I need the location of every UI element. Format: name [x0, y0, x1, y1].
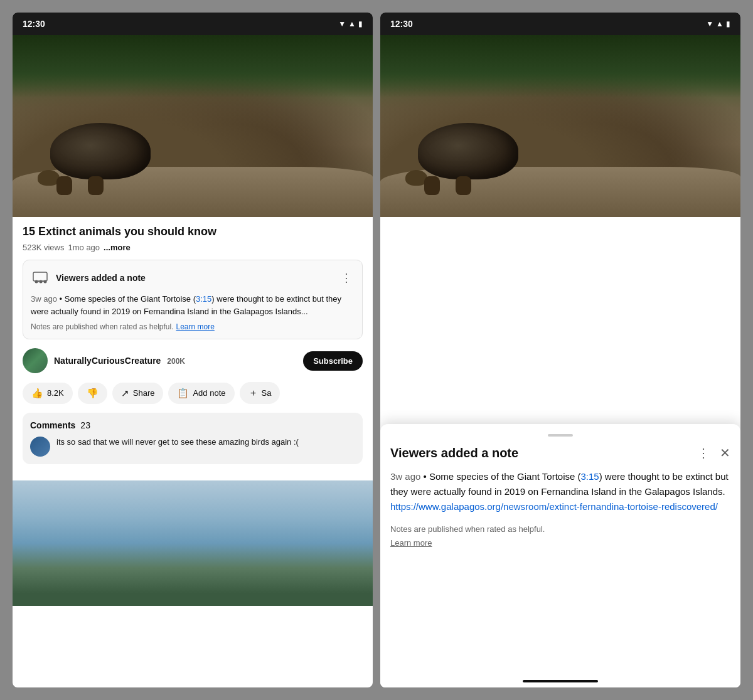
- wifi-icon: ▼: [338, 19, 346, 28]
- channel-avatar[interactable]: [23, 348, 48, 373]
- comment-row: its so sad that we will never get to see…: [30, 437, 355, 457]
- like-button[interactable]: 👍 8.2K: [23, 383, 73, 404]
- save-button[interactable]: ＋ Sa: [240, 382, 280, 404]
- tortoise-leg-front-right: [424, 176, 440, 195]
- channel-subs: 200K: [167, 357, 185, 366]
- video-age: 1mo ago: [68, 243, 100, 252]
- channel-row: NaturallyCuriousCreature 200K Subscribe: [23, 348, 363, 373]
- channel-name[interactable]: NaturallyCuriousCreature 200K: [54, 356, 297, 366]
- wifi-icon-right: ▼: [706, 19, 713, 28]
- viewers-note-text1: Some species of the Giant Tortoise (: [65, 294, 196, 304]
- comments-section[interactable]: Comments 23 its so sad that we will neve…: [23, 413, 363, 464]
- add-note-icon: 📋: [177, 388, 189, 399]
- comment-text: its so sad that we will never get to see…: [56, 437, 299, 448]
- expanded-note-footer: Notes are published when rated as helpfu…: [390, 523, 730, 549]
- expanded-note-timecode-link[interactable]: 3:15: [580, 471, 599, 482]
- viewers-note-title: Viewers added a note: [56, 273, 146, 283]
- expanded-note-header: Viewers added a note ⋮ ✕: [390, 445, 730, 460]
- expanded-note-bullet: •: [424, 471, 429, 482]
- bottom-navigation-bar: [523, 680, 598, 682]
- more-button[interactable]: ...more: [104, 243, 131, 252]
- viewers-note-title-row: Viewers added a note: [31, 268, 146, 288]
- left-phone-screen: 12:30 ▼ ▲ ▮ 15 Extinct animals: [13, 13, 373, 687]
- add-note-button[interactable]: 📋 Add note: [168, 383, 234, 404]
- save-label: Sa: [262, 388, 272, 398]
- viewers-note-card: Viewers added a note ⋮ 3w ago • Some spe…: [23, 260, 363, 339]
- video-meta: 523K views 1mo ago ...more: [23, 243, 363, 252]
- expanded-note-footer-text: Notes are published when rated as helpfu…: [390, 524, 545, 534]
- status-bar-right: 12:30 ▼ ▲ ▮: [380, 13, 740, 35]
- viewers-note-timecode-link[interactable]: 3:15: [196, 294, 211, 304]
- comments-count: 23: [80, 420, 90, 430]
- tortoise-illustration: [38, 123, 163, 198]
- tortoise-leg-front: [56, 176, 72, 195]
- right-phone-screen: 12:30 ▼ ▲ ▮ Vi: [380, 13, 740, 687]
- viewers-note-body: 3w ago • Some species of the Giant Torto…: [31, 293, 355, 317]
- viewers-note-timestamp: 3w ago: [31, 294, 57, 304]
- tortoise-shell: [50, 123, 151, 179]
- battery-icon: ▮: [358, 19, 363, 28]
- expanded-learn-more-link[interactable]: Learn more: [390, 537, 730, 549]
- like-count: 8.2K: [47, 388, 64, 398]
- status-icons-right: ▼ ▲ ▮: [706, 19, 730, 28]
- tortoise-leg-back: [88, 176, 104, 195]
- add-note-label: Add note: [193, 388, 225, 398]
- tortoise-scene-right: [380, 35, 740, 217]
- expanded-note-url-link[interactable]: https://www.galapagos.org/newsroom/extin…: [390, 501, 718, 512]
- video-thumbnail-left[interactable]: [13, 35, 373, 217]
- signal-icon: ▲: [348, 19, 356, 28]
- signal-icon-right: ▲: [716, 19, 724, 28]
- expanded-note-menu-icon[interactable]: ⋮: [697, 445, 710, 460]
- viewers-community-icon: [31, 268, 51, 288]
- subscribe-button[interactable]: Subscribe: [303, 351, 363, 371]
- video-views: 523K views: [23, 243, 64, 252]
- viewers-note-bullet: •: [60, 294, 65, 304]
- svg-rect-0: [33, 272, 47, 281]
- svg-point-1: [35, 280, 38, 284]
- tortoise-scene: [13, 35, 373, 217]
- viewers-note-menu-button[interactable]: ⋮: [338, 268, 355, 287]
- status-time-left: 12:30: [23, 19, 45, 29]
- video-title: 15 Extinct animals you should know: [23, 225, 363, 239]
- viewers-note-footer: Notes are published when rated as helpfu…: [31, 322, 355, 331]
- expanded-note-close-icon[interactable]: ✕: [720, 445, 730, 460]
- expanded-note-text-prefix: Some species of the Giant Tortoise (: [429, 471, 581, 482]
- greenery-decoration: [13, 35, 373, 98]
- commenter-avatar: [30, 437, 50, 457]
- tortoise-shell-right: [418, 123, 518, 179]
- status-icons-left: ▼ ▲ ▮: [338, 19, 363, 28]
- save-icon: ＋: [248, 387, 258, 399]
- comments-header: Comments 23: [30, 420, 355, 430]
- viewers-note-footer-text: Notes are published when rated as helpfu…: [31, 322, 173, 331]
- share-label: Share: [133, 388, 155, 398]
- svg-point-3: [44, 280, 47, 284]
- share-button[interactable]: ↗ Share: [112, 383, 164, 404]
- expanded-note-title: Viewers added a note: [390, 446, 518, 460]
- panel-handle: [548, 434, 573, 437]
- thumbs-up-icon: 👍: [31, 388, 43, 399]
- battery-icon-right: ▮: [726, 19, 730, 28]
- viewers-note-header: Viewers added a note ⋮: [31, 268, 355, 288]
- thumbs-down-icon: 👎: [87, 388, 99, 399]
- expanded-note-timestamp: 3w ago: [390, 471, 420, 482]
- content-area-left: 15 Extinct animals you should know 523K …: [13, 217, 373, 480]
- expanded-note-panel: Viewers added a note ⋮ ✕ 3w ago • Some s…: [380, 424, 740, 687]
- learn-more-link[interactable]: Learn more: [176, 322, 214, 331]
- status-time-right: 12:30: [390, 19, 413, 29]
- status-bar-left: 12:30 ▼ ▲ ▮: [13, 13, 373, 35]
- share-icon: ↗: [121, 388, 129, 399]
- tortoise-illustration-right: [405, 123, 531, 198]
- expanded-note-actions: ⋮ ✕: [697, 445, 730, 460]
- second-video-thumbnail[interactable]: [13, 480, 373, 606]
- greenery-decoration-right: [380, 35, 740, 98]
- svg-point-2: [40, 280, 43, 284]
- video-thumbnail-right[interactable]: [380, 35, 740, 217]
- comments-label: Comments: [30, 420, 75, 430]
- expanded-note-body: 3w ago • Some species of the Giant Torto…: [390, 469, 730, 514]
- dislike-button[interactable]: 👎: [78, 383, 107, 404]
- tortoise-leg-back-right: [456, 176, 471, 195]
- action-buttons: 👍 8.2K 👎 ↗ Share 📋 Add note ＋ Sa: [23, 382, 363, 404]
